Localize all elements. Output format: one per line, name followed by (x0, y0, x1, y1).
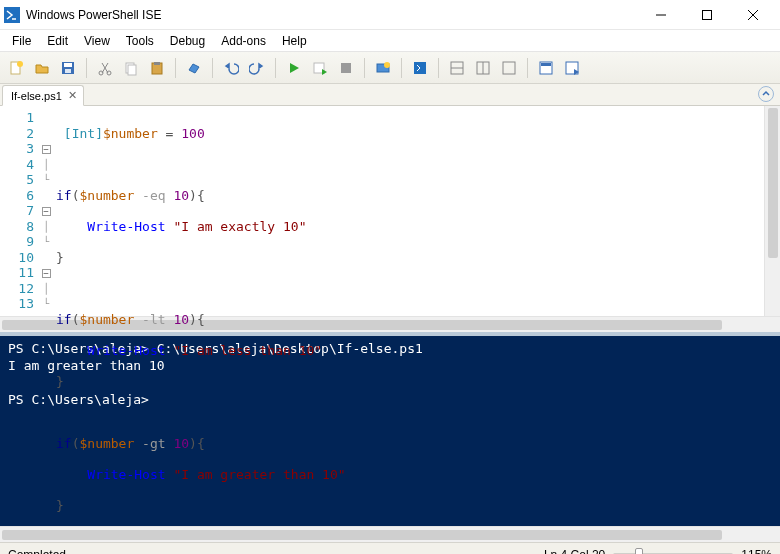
show-command-addon-icon[interactable] (560, 56, 584, 80)
undo-icon[interactable] (219, 56, 243, 80)
menu-view[interactable]: View (76, 32, 118, 50)
cursor-position: Ln 4 Col 20 (544, 548, 605, 555)
svg-rect-26 (503, 62, 515, 74)
redo-icon[interactable] (245, 56, 269, 80)
svg-point-7 (17, 61, 23, 67)
collapse-script-icon[interactable] (758, 86, 774, 102)
new-icon[interactable] (4, 56, 28, 80)
minimize-button[interactable] (638, 0, 684, 30)
editor-vertical-scrollbar[interactable] (764, 106, 780, 316)
tab-close-icon[interactable]: ✕ (68, 89, 77, 102)
run-icon[interactable] (282, 56, 306, 80)
paste-icon[interactable] (145, 56, 169, 80)
show-command-icon[interactable] (534, 56, 558, 80)
menu-addons[interactable]: Add-ons (213, 32, 274, 50)
svg-rect-3 (703, 10, 712, 19)
menu-help[interactable]: Help (274, 32, 315, 50)
cut-icon[interactable] (93, 56, 117, 80)
code-area[interactable]: [Int]$number = 100 if($number -eq 10){ W… (52, 106, 764, 316)
line-gutter: 12345678910111213 (0, 106, 40, 316)
layout-script-only-icon[interactable] (497, 56, 521, 80)
svg-rect-14 (128, 65, 136, 75)
fold-icon[interactable]: − (42, 207, 51, 216)
status-text: Completed (8, 548, 66, 555)
menu-file[interactable]: File (4, 32, 39, 50)
powershell-tab-icon[interactable] (408, 56, 432, 80)
layout-script-top-icon[interactable] (445, 56, 469, 80)
tab-label: If-else.ps1 (11, 90, 62, 102)
svg-rect-16 (154, 62, 160, 65)
menu-edit[interactable]: Edit (39, 32, 76, 50)
save-icon[interactable] (56, 56, 80, 80)
app-icon (4, 7, 20, 23)
svg-rect-18 (341, 63, 351, 73)
menu-tools[interactable]: Tools (118, 32, 162, 50)
title-bar: Windows PowerShell ISE (0, 0, 780, 30)
maximize-button[interactable] (684, 0, 730, 30)
svg-rect-28 (541, 63, 551, 66)
open-icon[interactable] (30, 56, 54, 80)
menu-debug[interactable]: Debug (162, 32, 213, 50)
menu-bar: File Edit View Tools Debug Add-ons Help (0, 30, 780, 52)
toolbar (0, 52, 780, 84)
new-remote-icon[interactable] (371, 56, 395, 80)
svg-point-20 (384, 62, 390, 68)
fold-icon[interactable]: − (42, 269, 51, 278)
svg-rect-10 (65, 69, 71, 73)
fold-gutter: − │└ − │└ − │└ (40, 106, 52, 316)
stop-icon[interactable] (334, 56, 358, 80)
window-title: Windows PowerShell ISE (26, 8, 161, 22)
script-editor[interactable]: 12345678910111213 − │└ − │└ − │└ [Int]$n… (0, 106, 780, 316)
svg-rect-9 (64, 63, 72, 67)
copy-icon[interactable] (119, 56, 143, 80)
script-tab[interactable]: If-else.ps1 ✕ (2, 85, 84, 106)
fold-icon[interactable]: − (42, 145, 51, 154)
layout-side-icon[interactable] (471, 56, 495, 80)
zoom-level: 115% (741, 548, 772, 555)
clear-icon[interactable] (182, 56, 206, 80)
close-button[interactable] (730, 0, 776, 30)
run-selection-icon[interactable] (308, 56, 332, 80)
tab-strip: If-else.ps1 ✕ (0, 84, 780, 106)
